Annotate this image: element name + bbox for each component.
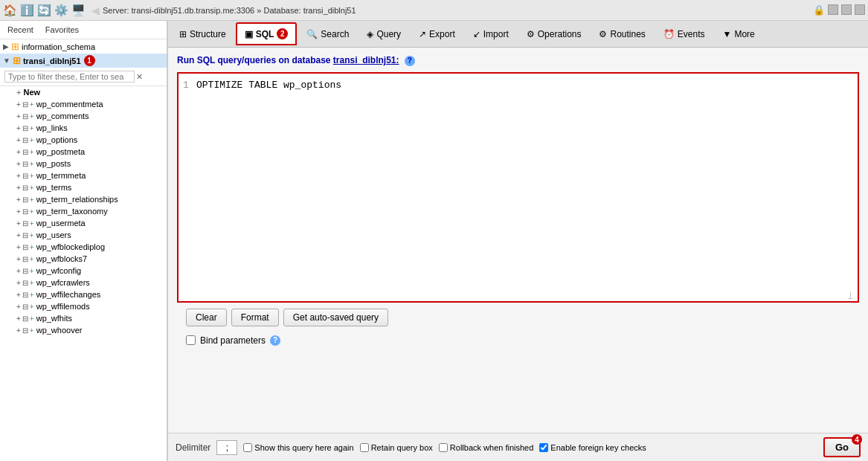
table-label: wp_posts bbox=[36, 159, 71, 168]
tab-sql[interactable]: ▣ SQL 2 bbox=[236, 22, 298, 45]
bind-help-icon[interactable]: ? bbox=[270, 335, 280, 346]
expand-icon: + bbox=[16, 112, 21, 120]
expand-icon: + bbox=[16, 172, 21, 180]
import-icon: ↙ bbox=[473, 29, 480, 39]
sidebar-item-wp_commentmeta[interactable]: + ⊟ + wp_commentmeta bbox=[0, 98, 167, 110]
sidebar-item-wp_wfblockediplog[interactable]: + ⊟ + wp_wfblockediplog bbox=[0, 241, 167, 253]
delimiter-label: Delimiter bbox=[176, 442, 210, 453]
tab-routines[interactable]: ⚙ Routines bbox=[591, 24, 653, 45]
filter-clear-icon[interactable]: ✕ bbox=[136, 72, 143, 82]
sql-panel-header: Run SQL query/queries on database transi… bbox=[177, 55, 859, 66]
sidebar-item-wp_posts[interactable]: + ⊟ + wp_posts bbox=[0, 158, 167, 170]
clear-button[interactable]: Clear bbox=[186, 309, 227, 326]
foreign-keys-label: Enable foreign key checks bbox=[550, 443, 646, 452]
sidebar-filter-input[interactable] bbox=[4, 71, 135, 83]
sidebar-item-wp_wfhits[interactable]: + ⊟ + wp_wfhits bbox=[0, 312, 167, 324]
tab-more-label: More bbox=[734, 29, 754, 39]
go-button-label: Go bbox=[835, 442, 849, 453]
sidebar-item-wp_users[interactable]: + ⊟ + wp_users bbox=[0, 229, 167, 241]
table-label: wp_wffilechanges bbox=[36, 290, 101, 299]
table-icon-add: + bbox=[30, 303, 34, 311]
sql-db-name: transi_diblnj51: bbox=[333, 55, 399, 65]
retain-query-checkbox[interactable] bbox=[360, 443, 369, 452]
show-query-checkbox[interactable] bbox=[243, 443, 252, 452]
go-button[interactable]: Go 4 bbox=[823, 437, 861, 457]
db-expand-icon: ▶ bbox=[3, 42, 9, 51]
sidebar-item-wp_wfcrawlers[interactable]: + ⊟ + wp_wfcrawlers bbox=[0, 277, 167, 288]
tab-import[interactable]: ↙ Import bbox=[465, 24, 517, 45]
tab-operations-label: Operations bbox=[538, 29, 582, 39]
tab-export[interactable]: ↗ Export bbox=[411, 24, 463, 45]
more-icon: ▼ bbox=[723, 29, 732, 39]
expand-icon: + bbox=[16, 267, 21, 275]
refresh-icon[interactable]: 🔄 bbox=[37, 4, 51, 17]
table-icon-add: + bbox=[30, 207, 34, 216]
info-icon[interactable]: ℹ️ bbox=[20, 4, 34, 17]
table-label: wp_wfcrawlers bbox=[36, 278, 90, 287]
auto-saved-query-button[interactable]: Get auto-saved query bbox=[283, 309, 388, 326]
close-button[interactable] bbox=[855, 4, 865, 15]
table-label: wp_terms bbox=[36, 183, 72, 192]
table-icon-expand: ⊟ bbox=[22, 243, 28, 251]
format-button[interactable]: Format bbox=[231, 309, 279, 326]
table-icon-add: + bbox=[30, 148, 34, 156]
settings-icon[interactable]: ⚙️ bbox=[54, 4, 68, 17]
sidebar-item-wp_postmeta[interactable]: + ⊟ + wp_postmeta bbox=[0, 146, 167, 158]
console-icon[interactable]: 🖥️ bbox=[71, 4, 86, 17]
table-icon-expand: ⊟ bbox=[22, 124, 28, 132]
table-icon-add: + bbox=[30, 279, 34, 287]
foreign-keys-checkbox[interactable] bbox=[539, 443, 548, 452]
sidebar-item-wp_links[interactable]: + ⊟ + wp_links bbox=[0, 122, 167, 134]
rollback-checkbox-group: Rollback when finished bbox=[439, 443, 534, 452]
minimize-button[interactable] bbox=[828, 4, 838, 15]
sidebar-item-wp_wfblocks7[interactable]: + ⊟ + wp_wfblocks7 bbox=[0, 253, 167, 265]
events-icon: ⏰ bbox=[663, 29, 675, 39]
table-icon-add: + bbox=[30, 315, 34, 323]
tab-query-label: Query bbox=[376, 29, 401, 39]
home-icon[interactable]: 🏠 bbox=[3, 4, 17, 17]
sidebar-item-wp_termmeta[interactable]: + ⊟ + wp_termmeta bbox=[0, 170, 167, 181]
table-icon-expand: ⊟ bbox=[22, 148, 28, 156]
table-label: wp_usermeta bbox=[36, 219, 86, 228]
bind-parameters-checkbox[interactable] bbox=[186, 335, 196, 345]
tab-operations[interactable]: ⚙ Operations bbox=[518, 24, 590, 45]
table-icon-expand: ⊟ bbox=[22, 303, 28, 311]
sidebar-item-wp_terms[interactable]: + ⊟ + wp_terms bbox=[0, 181, 167, 193]
expand-icon: + bbox=[16, 124, 21, 132]
sidebar-tab-favorites[interactable]: Favorites bbox=[42, 24, 82, 36]
expand-icon: + bbox=[16, 291, 21, 299]
sidebar-item-wp_usermeta[interactable]: + ⊟ + wp_usermeta bbox=[0, 217, 167, 229]
sidebar-item-information-schema[interactable]: ▶ ⊞ information_schema bbox=[0, 39, 167, 54]
table-label: wp_wfhits bbox=[36, 314, 72, 323]
tab-more[interactable]: ▼ More bbox=[715, 24, 763, 45]
sidebar-item-wp_options[interactable]: + ⊟ + wp_options bbox=[0, 134, 167, 146]
resize-handle[interactable]: ⟘ bbox=[847, 291, 856, 300]
tab-events-label: Events bbox=[678, 29, 705, 39]
tab-query[interactable]: ◈ Query bbox=[359, 24, 409, 45]
table-icon-expand: ⊟ bbox=[22, 219, 28, 228]
sidebar-item-wp_whoover[interactable]: + ⊟ + wp_whoover bbox=[0, 324, 167, 336]
table-icon-add: + bbox=[30, 196, 34, 204]
table-icon-add: + bbox=[30, 112, 34, 120]
sidebar-item-wp_term_taxonomy[interactable]: + ⊟ + wp_term_taxonomy bbox=[0, 205, 167, 217]
rollback-checkbox[interactable] bbox=[439, 443, 448, 452]
tab-structure[interactable]: ⊞ Structure bbox=[171, 24, 234, 45]
table-icon-add: + bbox=[30, 255, 34, 263]
sidebar-item-wp_wffilechanges[interactable]: + ⊟ + wp_wffilechanges bbox=[0, 288, 167, 300]
sidebar-item-wp_wfconfig[interactable]: + ⊟ + wp_wfconfig bbox=[0, 265, 167, 277]
delimiter-input[interactable] bbox=[216, 440, 237, 455]
db-color-icon-2: ⊞ bbox=[13, 55, 21, 66]
sidebar-item-wp_comments[interactable]: + ⊟ + wp_comments bbox=[0, 110, 167, 122]
tab-events[interactable]: ⏰ Events bbox=[655, 24, 713, 45]
tab-search[interactable]: 🔍 Search bbox=[298, 24, 357, 45]
sidebar-item-wp_wffilemods[interactable]: + ⊟ + wp_wffilemods bbox=[0, 300, 167, 312]
sidebar-item-wp_term_relationships[interactable]: + ⊟ + wp_term_relationships bbox=[0, 193, 167, 205]
sidebar-tab-recent[interactable]: Recent bbox=[4, 24, 36, 36]
sql-editor-textarea[interactable]: OPTIMIZE TABLE wp_options bbox=[179, 74, 858, 301]
maximize-button[interactable] bbox=[841, 4, 852, 15]
sidebar-item-transi-diblnj51[interactable]: ▼ ⊞ transi_diblnj51 1 bbox=[0, 54, 167, 68]
expand-icon: + bbox=[16, 326, 21, 335]
table-icon-add: + bbox=[30, 160, 34, 168]
sidebar-item-new[interactable]: +New bbox=[0, 86, 167, 98]
help-circle-icon[interactable]: ? bbox=[405, 56, 415, 66]
